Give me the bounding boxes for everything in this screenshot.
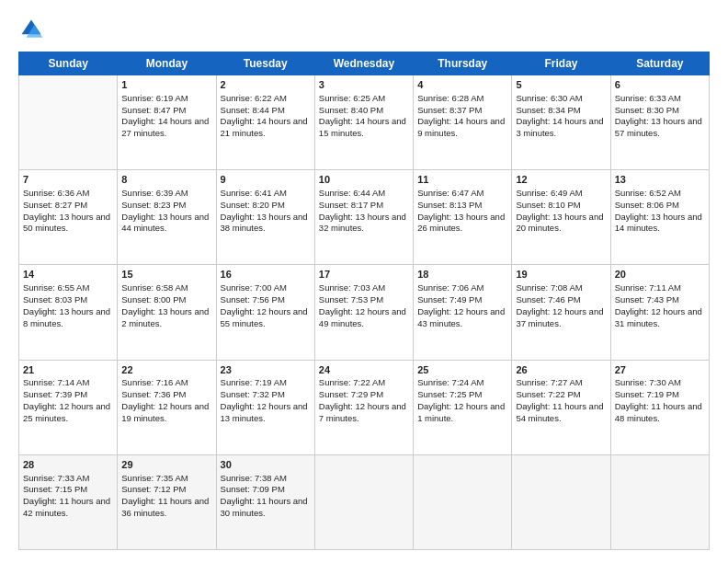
- daylight-info: Daylight: 12 hours and 19 minutes.: [121, 401, 211, 425]
- calendar-cell: 14Sunrise: 6:55 AMSunset: 8:03 PMDayligh…: [19, 265, 118, 360]
- sunrise-info: Sunrise: 7:00 AM: [221, 282, 311, 294]
- weekday-header: Thursday: [414, 52, 512, 75]
- sunset-info: Sunset: 8:27 PM: [23, 200, 113, 212]
- header: [18, 17, 710, 42]
- calendar-cell: 24Sunrise: 7:22 AMSunset: 7:29 PMDayligh…: [314, 360, 413, 454]
- calendar-cell: 1Sunrise: 6:19 AMSunset: 8:47 PMDaylight…: [118, 75, 216, 170]
- weekday-header: Monday: [118, 52, 216, 75]
- calendar-cell: 6Sunrise: 6:33 AMSunset: 8:30 PMDaylight…: [610, 75, 709, 170]
- daylight-info: Daylight: 11 hours and 36 minutes.: [121, 496, 211, 520]
- calendar-cell: 30Sunrise: 7:38 AMSunset: 7:09 PMDayligh…: [216, 454, 314, 549]
- calendar-cell: 15Sunrise: 6:58 AMSunset: 8:00 PMDayligh…: [118, 265, 216, 360]
- calendar-cell: 7Sunrise: 6:36 AMSunset: 8:27 PMDaylight…: [19, 170, 118, 265]
- daylight-info: Daylight: 12 hours and 13 minutes.: [221, 401, 311, 425]
- calendar-cell: 10Sunrise: 6:44 AMSunset: 8:17 PMDayligh…: [314, 170, 413, 265]
- weekday-header: Sunday: [19, 52, 118, 75]
- day-number: 13: [615, 173, 705, 187]
- calendar-cell: 21Sunrise: 7:14 AMSunset: 7:39 PMDayligh…: [19, 360, 118, 454]
- sunset-info: Sunset: 7:15 PM: [23, 484, 113, 496]
- calendar-cell: 4Sunrise: 6:28 AMSunset: 8:37 PMDaylight…: [414, 75, 512, 170]
- day-number: 21: [23, 363, 113, 377]
- sunset-info: Sunset: 8:00 PM: [121, 294, 211, 306]
- calendar-cell: 23Sunrise: 7:19 AMSunset: 7:32 PMDayligh…: [216, 360, 314, 454]
- sunrise-info: Sunrise: 6:19 AM: [121, 93, 211, 105]
- day-number: 28: [23, 458, 113, 472]
- sunrise-info: Sunrise: 7:11 AM: [615, 282, 705, 294]
- calendar-cell: 2Sunrise: 6:22 AMSunset: 8:44 PMDaylight…: [216, 75, 314, 170]
- daylight-info: Daylight: 11 hours and 54 minutes.: [516, 401, 606, 425]
- sunset-info: Sunset: 7:29 PM: [319, 389, 409, 401]
- daylight-info: Daylight: 13 hours and 50 minutes.: [23, 212, 113, 236]
- calendar-cell: 20Sunrise: 7:11 AMSunset: 7:43 PMDayligh…: [610, 265, 709, 360]
- calendar-cell: 8Sunrise: 6:39 AMSunset: 8:23 PMDaylight…: [118, 170, 216, 265]
- day-number: 15: [121, 268, 211, 282]
- sunrise-info: Sunrise: 6:36 AM: [23, 188, 113, 200]
- calendar-cell: [512, 454, 610, 549]
- sunrise-info: Sunrise: 7:35 AM: [121, 473, 211, 485]
- calendar-row: 21Sunrise: 7:14 AMSunset: 7:39 PMDayligh…: [19, 360, 710, 454]
- sunrise-info: Sunrise: 7:03 AM: [319, 282, 409, 294]
- day-number: 23: [221, 363, 311, 377]
- calendar-cell: 3Sunrise: 6:25 AMSunset: 8:40 PMDaylight…: [314, 75, 413, 170]
- sunrise-info: Sunrise: 6:55 AM: [23, 282, 113, 294]
- logo-icon: [18, 17, 44, 42]
- sunset-info: Sunset: 8:44 PM: [221, 105, 311, 117]
- calendar-cell: [19, 75, 118, 170]
- day-number: 14: [23, 268, 113, 282]
- day-number: 8: [121, 173, 211, 187]
- weekday-row: SundayMondayTuesdayWednesdayThursdayFrid…: [19, 52, 710, 75]
- calendar-header: SundayMondayTuesdayWednesdayThursdayFrid…: [19, 52, 710, 75]
- calendar-cell: 11Sunrise: 6:47 AMSunset: 8:13 PMDayligh…: [414, 170, 512, 265]
- sunrise-info: Sunrise: 6:22 AM: [221, 93, 311, 105]
- day-number: 6: [615, 78, 705, 92]
- calendar-cell: 22Sunrise: 7:16 AMSunset: 7:36 PMDayligh…: [118, 360, 216, 454]
- calendar-cell: 19Sunrise: 7:08 AMSunset: 7:46 PMDayligh…: [512, 265, 610, 360]
- daylight-info: Daylight: 11 hours and 30 minutes.: [221, 496, 311, 520]
- sunset-info: Sunset: 7:56 PM: [221, 294, 311, 306]
- calendar-cell: [610, 454, 709, 549]
- day-number: 16: [221, 268, 311, 282]
- sunrise-info: Sunrise: 7:08 AM: [516, 282, 606, 294]
- calendar-cell: 12Sunrise: 6:49 AMSunset: 8:10 PMDayligh…: [512, 170, 610, 265]
- daylight-info: Daylight: 13 hours and 8 minutes.: [23, 306, 113, 330]
- daylight-info: Daylight: 14 hours and 3 minutes.: [516, 116, 606, 140]
- calendar-cell: 9Sunrise: 6:41 AMSunset: 8:20 PMDaylight…: [216, 170, 314, 265]
- day-number: 11: [417, 173, 507, 187]
- weekday-header: Tuesday: [216, 52, 314, 75]
- sunrise-info: Sunrise: 7:27 AM: [516, 377, 606, 389]
- daylight-info: Daylight: 13 hours and 44 minutes.: [121, 212, 211, 236]
- day-number: 12: [516, 173, 606, 187]
- sunrise-info: Sunrise: 6:49 AM: [516, 188, 606, 200]
- sunset-info: Sunset: 8:13 PM: [417, 200, 507, 212]
- day-number: 10: [319, 173, 409, 187]
- calendar-cell: 29Sunrise: 7:35 AMSunset: 7:12 PMDayligh…: [118, 454, 216, 549]
- sunset-info: Sunset: 7:09 PM: [221, 484, 311, 496]
- sunset-info: Sunset: 7:19 PM: [615, 389, 705, 401]
- sunrise-info: Sunrise: 7:24 AM: [417, 377, 507, 389]
- sunrise-info: Sunrise: 7:19 AM: [221, 377, 311, 389]
- calendar-cell: 18Sunrise: 7:06 AMSunset: 7:49 PMDayligh…: [414, 265, 512, 360]
- sunset-info: Sunset: 8:23 PM: [121, 200, 211, 212]
- sunrise-info: Sunrise: 6:33 AM: [615, 93, 705, 105]
- sunset-info: Sunset: 7:53 PM: [319, 294, 409, 306]
- weekday-header: Friday: [512, 52, 610, 75]
- day-number: 20: [615, 268, 705, 282]
- daylight-info: Daylight: 13 hours and 38 minutes.: [221, 212, 311, 236]
- sunrise-info: Sunrise: 6:39 AM: [121, 188, 211, 200]
- daylight-info: Daylight: 14 hours and 27 minutes.: [121, 116, 211, 140]
- sunset-info: Sunset: 8:06 PM: [615, 200, 705, 212]
- sunset-info: Sunset: 7:36 PM: [121, 389, 211, 401]
- day-number: 29: [121, 458, 211, 472]
- calendar-row: 14Sunrise: 6:55 AMSunset: 8:03 PMDayligh…: [19, 265, 710, 360]
- weekday-header: Wednesday: [314, 52, 413, 75]
- sunset-info: Sunset: 8:10 PM: [516, 200, 606, 212]
- daylight-info: Daylight: 13 hours and 2 minutes.: [121, 306, 211, 330]
- sunset-info: Sunset: 8:17 PM: [319, 200, 409, 212]
- sunrise-info: Sunrise: 7:14 AM: [23, 377, 113, 389]
- sunset-info: Sunset: 8:34 PM: [516, 105, 606, 117]
- sunrise-info: Sunrise: 6:41 AM: [221, 188, 311, 200]
- day-number: 27: [615, 363, 705, 377]
- sunset-info: Sunset: 7:43 PM: [615, 294, 705, 306]
- daylight-info: Daylight: 12 hours and 55 minutes.: [221, 306, 311, 330]
- calendar-cell: 17Sunrise: 7:03 AMSunset: 7:53 PMDayligh…: [314, 265, 413, 360]
